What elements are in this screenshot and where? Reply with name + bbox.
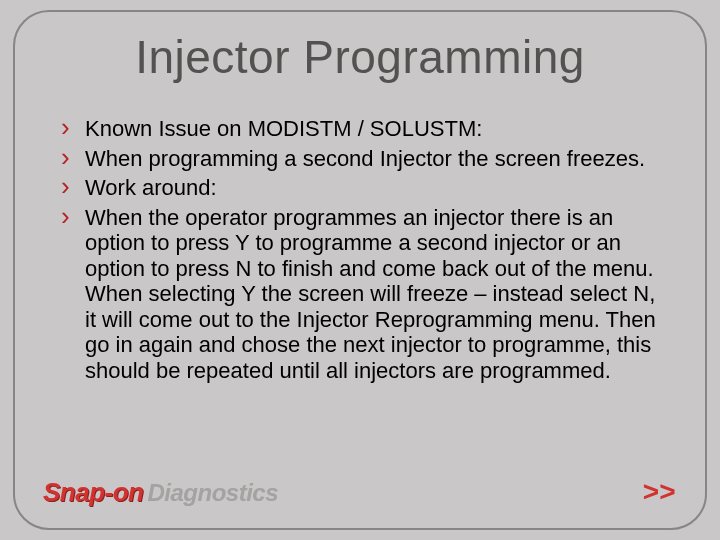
- list-item: Work around:: [59, 175, 667, 201]
- slide-title: Injector Programming: [15, 30, 705, 84]
- list-item: When the operator programmes an injector…: [59, 205, 667, 384]
- bullet-text: When the operator programmes an injector…: [85, 205, 656, 383]
- brand-product: Diagnostics: [148, 479, 279, 506]
- list-item: Known Issue on MODISTM / SOLUSTM:: [59, 116, 667, 142]
- bullet-text: Work around:: [85, 175, 217, 200]
- slide-panel: Injector Programming Known Issue on MODI…: [13, 10, 707, 530]
- list-item: When programming a second Injector the s…: [59, 146, 667, 172]
- brand-name: Snap-on: [43, 477, 144, 507]
- bullet-text: Known Issue on MODISTM / SOLUSTM:: [85, 116, 482, 141]
- slide: Injector Programming Known Issue on MODI…: [0, 0, 720, 540]
- slide-body: Known Issue on MODISTM / SOLUSTM: When p…: [59, 116, 667, 387]
- bullet-list: Known Issue on MODISTM / SOLUSTM: When p…: [59, 116, 667, 383]
- brand-logo: Snap-onDiagnostics: [43, 477, 278, 508]
- bullet-text: When programming a second Injector the s…: [85, 146, 645, 171]
- next-arrow[interactable]: >>: [642, 476, 675, 508]
